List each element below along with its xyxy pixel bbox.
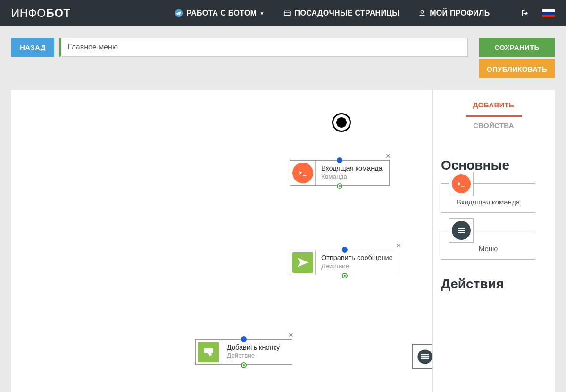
nav-pages[interactable]: ПОСАДОЧНЫЕ СТРАНИЦЫ xyxy=(283,9,400,17)
node-incoming-command[interactable]: Входящая команда Команда ✕ xyxy=(290,160,390,186)
node-send-message[interactable]: Отправить сообщение Действие ✕ xyxy=(290,250,400,275)
close-icon[interactable]: ✕ xyxy=(288,331,294,339)
node-icon xyxy=(196,340,221,364)
svg-rect-8 xyxy=(421,356,429,358)
action-row: НАЗАД Главное меню СОХРАНИТЬ ОПУБЛИКОВАТ… xyxy=(0,26,566,84)
workspace: Входящая команда Команда ✕ Отправить соо… xyxy=(11,90,555,392)
port-in[interactable] xyxy=(337,157,342,163)
canvas[interactable]: Входящая команда Команда ✕ Отправить соо… xyxy=(11,90,432,392)
node-text: Входящая команда Команда xyxy=(316,161,389,185)
side-panel: ДОБАВИТЬ СВОЙСТВА Основные Входящая кома… xyxy=(432,90,555,392)
node-add-button[interactable]: Добавить кнопку Действие ✕ xyxy=(195,339,292,365)
node-subtitle: Действие xyxy=(321,262,393,270)
close-icon[interactable]: ✕ xyxy=(396,242,401,249)
palette-label: Меню xyxy=(446,245,530,253)
node-subtitle: Действие xyxy=(227,352,285,359)
svg-rect-7 xyxy=(421,354,429,355)
save-button[interactable]: СОХРАНИТЬ xyxy=(479,38,555,57)
brand-prefix: ИНФО xyxy=(11,7,46,19)
svg-rect-12 xyxy=(458,232,465,233)
side-heading-actions: Действия xyxy=(441,277,546,292)
node-title: Отправить сообщение xyxy=(321,254,393,261)
nav-bot[interactable]: РАБОТА С БОТОМ ▼ xyxy=(175,9,265,17)
svg-rect-11 xyxy=(458,230,465,231)
svg-rect-10 xyxy=(458,228,465,229)
node-icon xyxy=(290,250,316,275)
right-buttons: СОХРАНИТЬ ОПУБЛИКОВАТЬ xyxy=(479,38,555,78)
node-menu-partial[interactable] xyxy=(412,344,432,369)
flag-russia-icon[interactable] xyxy=(542,9,555,17)
nav-profile-label: МОЙ ПРОФИЛЬ xyxy=(430,9,490,17)
palette-incoming-command[interactable]: Входящая команда xyxy=(441,183,535,213)
close-icon[interactable]: ✕ xyxy=(385,152,391,160)
nav-bot-label: РАБОТА С БОТОМ xyxy=(187,9,257,17)
palette-thumb xyxy=(449,218,474,243)
port-out[interactable] xyxy=(342,273,348,278)
topbar: ИНФОБОТ РАБОТА С БОТОМ ▼ ПОСАДОЧНЫЕ СТРА… xyxy=(0,0,566,26)
publish-button[interactable]: ОПУБЛИКОВАТЬ xyxy=(479,59,555,78)
side-tabs: ДОБАВИТЬ СВОЙСТВА xyxy=(433,96,555,136)
side-section-main: Основные Входящая команда Меню Действия xyxy=(433,158,555,292)
node-title: Добавить кнопку xyxy=(227,343,285,351)
logout-icon[interactable] xyxy=(520,9,528,17)
nav-pages-label: ПОСАДОЧНЫЕ СТРАНИЦЫ xyxy=(295,9,400,17)
palette-thumb xyxy=(449,172,474,196)
node-text: Добавить кнопку Действие xyxy=(221,340,292,364)
svg-rect-5 xyxy=(204,348,213,353)
port-out[interactable] xyxy=(337,183,342,189)
tab-properties[interactable]: СВОЙСТВА xyxy=(466,117,522,136)
node-icon xyxy=(290,161,316,185)
side-heading-main: Основные xyxy=(441,158,546,173)
node-title: Входящая команда xyxy=(321,164,383,172)
node-subtitle: Команда xyxy=(321,173,383,180)
svg-point-2 xyxy=(421,11,423,13)
flow-title-text: Главное меню xyxy=(68,43,118,51)
topnav: РАБОТА С БОТОМ ▼ ПОСАДОЧНЫЕ СТРАНИЦЫ МОЙ… xyxy=(175,9,490,17)
tab-add[interactable]: ДОБАВИТЬ xyxy=(466,96,522,117)
connector-layer xyxy=(11,90,153,160)
port-in[interactable] xyxy=(342,247,348,253)
svg-rect-1 xyxy=(284,11,290,15)
start-node[interactable] xyxy=(332,113,351,132)
port-in[interactable] xyxy=(241,336,247,342)
back-button[interactable]: НАЗАД xyxy=(11,38,54,57)
chevron-down-icon: ▼ xyxy=(259,11,264,16)
nav-profile[interactable]: МОЙ ПРОФИЛЬ xyxy=(418,9,490,17)
palette-menu[interactable]: Меню xyxy=(441,230,535,260)
palette-label: Входящая команда xyxy=(446,198,530,206)
port-out[interactable] xyxy=(241,362,247,368)
flow-title-input[interactable]: Главное меню xyxy=(59,38,468,57)
brand: ИНФОБОТ xyxy=(11,7,71,20)
svg-rect-9 xyxy=(421,358,429,359)
pages-icon xyxy=(283,9,291,17)
brand-bold: БОТ xyxy=(46,7,71,19)
telegram-icon xyxy=(175,9,183,17)
node-text: Отправить сообщение Действие xyxy=(316,250,400,275)
profile-icon xyxy=(418,9,426,17)
